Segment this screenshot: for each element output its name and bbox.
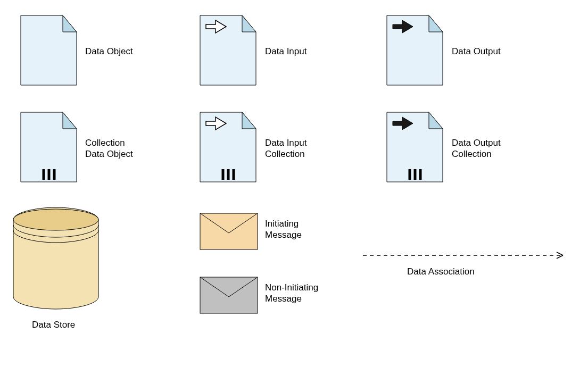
- svg-point-9: [13, 209, 98, 230]
- data-output-icon: [386, 15, 445, 87]
- data-association-arrow-icon: [362, 250, 572, 261]
- data-output-collection-label-l1: Data Output: [452, 138, 501, 148]
- data-output-collection-icon: [386, 112, 445, 184]
- data-store-icon: [11, 206, 101, 313]
- initiating-message-label-l2: Message: [265, 230, 302, 240]
- non-initiating-message-label-l2: Message: [265, 294, 302, 304]
- data-store-label: Data Store: [32, 319, 75, 330]
- diagram-canvas: Data Object Data Input Data Output Colle…: [0, 0, 588, 375]
- data-input-collection-label: Data Input Collection: [265, 137, 307, 160]
- svg-rect-11: [200, 277, 258, 313]
- initiating-message-icon: [200, 213, 258, 250]
- data-output-label: Data Output: [452, 46, 501, 57]
- svg-rect-10: [200, 213, 258, 249]
- collection-data-object-label-l1: Collection: [85, 138, 125, 148]
- non-initiating-message-label: Non-Initiating Message: [265, 282, 318, 305]
- data-output-collection-label-l2: Collection: [452, 149, 492, 159]
- collection-data-object-icon: [20, 112, 79, 184]
- data-association-label: Data Association: [407, 266, 475, 277]
- data-input-collection-icon: [200, 112, 258, 184]
- data-input-label: Data Input: [265, 46, 307, 57]
- data-input-collection-label-l1: Data Input: [265, 138, 307, 148]
- non-initiating-message-icon: [200, 277, 258, 314]
- data-object-icon: [20, 15, 79, 87]
- initiating-message-label-l1: Initiating: [265, 219, 299, 229]
- data-object-label: Data Object: [85, 46, 133, 57]
- non-initiating-message-label-l1: Non-Initiating: [265, 282, 318, 293]
- initiating-message-label: Initiating Message: [265, 218, 302, 241]
- data-input-icon: [200, 15, 258, 87]
- data-input-collection-label-l2: Collection: [265, 149, 305, 159]
- collection-data-object-label: Collection Data Object: [85, 137, 133, 160]
- data-output-collection-label: Data Output Collection: [452, 137, 501, 160]
- collection-data-object-label-l2: Data Object: [85, 149, 133, 159]
